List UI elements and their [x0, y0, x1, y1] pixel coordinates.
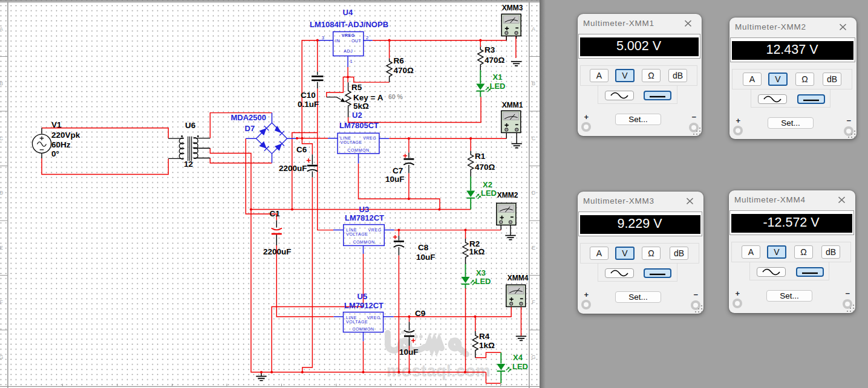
svg-text:F: F — [532, 299, 535, 305]
svg-text:B: B — [0, 80, 3, 86]
svg-text:VOLTAGE: VOLTAGE — [341, 140, 362, 144]
svg-text:220Vpk: 220Vpk — [51, 131, 80, 140]
svg-text:X1: X1 — [493, 73, 503, 82]
svg-text:VOLTAGE: VOLTAGE — [346, 320, 368, 324]
svg-text:IN: IN — [335, 39, 340, 43]
svg-text:LINE: LINE — [346, 228, 357, 232]
svg-text:0.1uF: 0.1uF — [298, 100, 319, 109]
svg-text:D: D — [532, 190, 536, 196]
svg-text:OUT: OUT — [351, 39, 362, 43]
svg-text:3: 3 — [322, 35, 324, 40]
svg-text:C8: C8 — [418, 243, 429, 252]
svg-text:VREG: VREG — [342, 33, 355, 37]
svg-text:Key = A: Key = A — [353, 93, 383, 102]
svg-text:LED: LED — [512, 362, 528, 371]
svg-text:U2: U2 — [352, 111, 362, 120]
svg-text:B: B — [532, 80, 535, 86]
svg-text:1kΩ: 1kΩ — [479, 341, 495, 350]
svg-text:VREG: VREG — [367, 315, 380, 320]
svg-text:D: D — [0, 190, 4, 196]
svg-text:VOLTAGE: VOLTAGE — [346, 232, 368, 236]
svg-text:A: A — [532, 26, 535, 32]
svg-text:C10: C10 — [301, 91, 316, 100]
svg-text:10uF: 10uF — [399, 348, 419, 357]
svg-text:470Ω: 470Ω — [485, 56, 505, 65]
svg-text:XMM1: XMM1 — [502, 101, 523, 109]
svg-text:2200uF: 2200uF — [279, 164, 307, 173]
svg-text:COMMON: COMMON — [347, 148, 369, 152]
svg-text:R3: R3 — [485, 45, 495, 54]
svg-text:LM7805CT: LM7805CT — [339, 121, 379, 130]
svg-text:60Hz: 60Hz — [51, 140, 71, 149]
svg-text:60 %: 60 % — [388, 93, 403, 100]
svg-text:XMM3: XMM3 — [502, 4, 523, 12]
svg-text:C: C — [532, 135, 536, 141]
svg-text:R4: R4 — [479, 332, 490, 341]
svg-text:R6: R6 — [394, 56, 405, 65]
svg-text:U3: U3 — [359, 205, 370, 214]
svg-text:V1: V1 — [51, 120, 62, 129]
svg-text:5kΩ: 5kΩ — [353, 102, 369, 111]
svg-text:1kΩ: 1kΩ — [469, 247, 485, 256]
svg-text:E: E — [532, 245, 535, 251]
svg-text:R5: R5 — [351, 83, 362, 92]
svg-text:10uF: 10uF — [385, 175, 405, 184]
svg-text:470Ω: 470Ω — [475, 163, 495, 172]
svg-text:COMMON: COMMON — [353, 240, 374, 244]
svg-text:X2: X2 — [483, 180, 492, 189]
svg-text:2200uF: 2200uF — [263, 247, 292, 256]
svg-text:LINE: LINE — [346, 315, 357, 320]
svg-text:10uF: 10uF — [416, 253, 436, 262]
svg-text:VREG: VREG — [363, 136, 376, 140]
svg-text:LED: LED — [475, 277, 491, 286]
svg-text:C7: C7 — [393, 166, 403, 175]
svg-text:ADJ: ADJ — [344, 49, 353, 53]
svg-text:COMMON: COMMON — [352, 327, 374, 331]
svg-text:LINE: LINE — [341, 136, 351, 140]
svg-text:470Ω: 470Ω — [394, 66, 414, 75]
svg-text:X4: X4 — [513, 353, 523, 362]
svg-text:C6: C6 — [296, 145, 307, 154]
svg-text:U4: U4 — [343, 8, 353, 17]
svg-text:LM7912CT: LM7912CT — [344, 301, 383, 310]
svg-text:XMM4: XMM4 — [507, 274, 529, 282]
svg-text:LED: LED — [481, 189, 497, 198]
svg-text:C1: C1 — [270, 209, 281, 218]
svg-text:E: E — [0, 245, 3, 251]
svg-text:C9: C9 — [415, 309, 425, 318]
svg-text:LM7812CT: LM7812CT — [345, 213, 384, 222]
svg-text:A: A — [0, 26, 3, 32]
svg-text:12: 12 — [184, 160, 193, 169]
svg-text:LED: LED — [490, 82, 506, 91]
svg-text:1: 1 — [350, 59, 353, 64]
svg-text:D7: D7 — [245, 124, 255, 133]
svg-text:0°: 0° — [51, 149, 59, 158]
svg-text:2: 2 — [366, 35, 368, 40]
svg-text:XMM2: XMM2 — [497, 191, 518, 199]
svg-text:mostaql.com: mostaql.com — [387, 362, 491, 380]
svg-text:VREG: VREG — [368, 228, 382, 232]
svg-text:G: G — [0, 354, 4, 360]
svg-text:F: F — [0, 299, 3, 305]
svg-text:MDA2500: MDA2500 — [231, 113, 267, 122]
svg-text:G: G — [531, 354, 535, 360]
svg-text:LM1084IT-ADJ/NOPB: LM1084IT-ADJ/NOPB — [310, 20, 388, 29]
svg-text:C: C — [0, 135, 4, 141]
svg-text:U5: U5 — [357, 292, 368, 301]
svg-text:U6: U6 — [185, 121, 196, 130]
svg-text:R1: R1 — [475, 152, 486, 161]
